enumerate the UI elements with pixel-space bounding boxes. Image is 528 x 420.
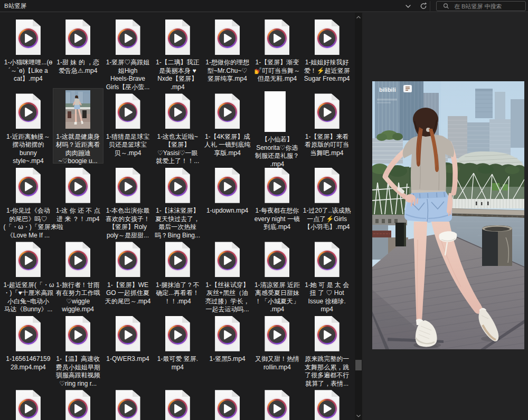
- svg-text:bilibili: bilibili: [379, 87, 396, 93]
